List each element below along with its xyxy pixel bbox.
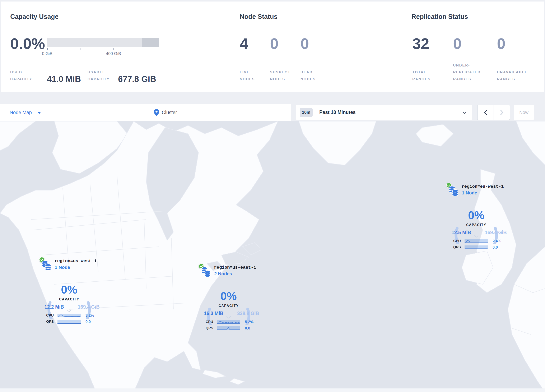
chevron-left-icon	[484, 110, 487, 115]
usable-capacity-value: 677.8 GiB	[118, 75, 156, 84]
region-total-capacity: 169.4 GiB	[481, 230, 511, 235]
cpu-value: 2.4%	[493, 239, 501, 243]
region-name: region=eu-west-1	[462, 184, 504, 189]
expand-chevron-icon[interactable]	[453, 235, 499, 239]
qps-label: QPS	[446, 245, 461, 249]
axis-tick	[80, 48, 81, 50]
world-map	[0, 121, 545, 392]
database-stack-icon	[42, 260, 52, 271]
expand-chevron-icon[interactable]	[206, 316, 252, 319]
live-nodes-value: 4	[240, 37, 248, 50]
region-capacity-percent: 0%	[206, 290, 252, 302]
cpu-label: CPU	[198, 320, 213, 324]
total-ranges-value: 32	[412, 37, 429, 50]
dead-nodes-label: DEAD NODES	[301, 69, 325, 83]
node-map: region=us-west-1 1 Node 0% CAPACITY 12.2…	[0, 121, 545, 392]
region-node-count: 1 Node	[55, 265, 70, 270]
node-status-title: Node Status	[240, 13, 278, 20]
usable-capacity-label: USABLE CAPACITY	[87, 69, 116, 83]
capacity-usage-title: Capacity Usage	[10, 13, 58, 20]
used-capacity-label: USED CAPACITY	[10, 69, 38, 83]
total-ranges-label: TOTAL RANGES	[412, 69, 438, 83]
region-used-capacity: 16.3 MiB	[198, 311, 229, 316]
under-replicated-ranges-label: UNDER-REPLICATED RANGES	[453, 62, 492, 83]
qps-label: QPS	[198, 326, 213, 330]
capacity-bar-reserved-segment	[142, 38, 159, 47]
qps-sparkline	[57, 320, 81, 324]
chevron-down-icon	[38, 112, 41, 114]
map-footer-strip	[0, 388, 545, 392]
qps-value: 0.0	[86, 320, 91, 324]
map-toolbar: Node Map Cluster	[0, 104, 291, 121]
qps-sparkline	[217, 326, 240, 330]
chevron-right-icon	[500, 110, 503, 115]
qps-value: 0.0	[493, 245, 498, 250]
qps-row: QPS 0.0	[39, 319, 91, 324]
region-capacity-label: CAPACITY	[206, 304, 252, 308]
cpu-sparkline	[217, 320, 240, 324]
axis-tick	[47, 48, 48, 50]
region-capacity-percent: 0%	[453, 209, 499, 221]
axis-tick-label-400: 400 GiB	[101, 51, 126, 56]
time-nav-group	[477, 105, 510, 120]
database-stack-icon	[449, 186, 459, 196]
suspect-nodes-label: SUSPECT NODES	[270, 69, 297, 83]
cpu-value: 3.2%	[86, 313, 94, 318]
cpu-sparkline	[57, 314, 81, 317]
region-node-count: 1 Node	[462, 190, 477, 196]
qps-value: 0.0	[245, 326, 250, 330]
cpu-row: CPU 5.2%	[198, 319, 254, 324]
qps-label: QPS	[39, 320, 54, 324]
cpu-row: CPU 2.4%	[446, 239, 501, 243]
region-marker-eu-west-1[interactable]: region=eu-west-1 1 Node 0% CAPACITY 12.5…	[446, 182, 511, 251]
qps-row: QPS 0.0	[446, 245, 498, 250]
region-used-capacity: 12.2 MiB	[39, 304, 69, 310]
region-marker-us-east-1[interactable]: region=us-east-1 2 Nodes 0% CAPACITY 16.…	[198, 263, 263, 332]
breadcrumb-label: Cluster	[162, 110, 177, 115]
unavailable-ranges-label: UNAVAILABLE RANGES	[497, 69, 536, 83]
time-range-badge: 10m	[300, 108, 313, 117]
region-name: region=us-east-1	[214, 265, 256, 270]
live-nodes-label: LIVE NODES	[240, 69, 264, 83]
time-prev-button[interactable]	[477, 105, 494, 120]
cpu-value: 5.2%	[245, 320, 254, 324]
capacity-percent: 0.0%	[10, 37, 45, 50]
capacity-bar	[47, 38, 159, 47]
time-next-button[interactable]	[494, 105, 510, 120]
region-total-capacity: 338.9 GiB	[233, 311, 263, 316]
suspect-nodes-value: 0	[270, 37, 279, 50]
map-pin-icon	[154, 109, 159, 116]
axis-tick-label-0: 0 GiB	[37, 51, 58, 56]
axis-tick	[147, 48, 147, 50]
time-range-dropdown[interactable]: 10m Past 10 Minutes	[296, 105, 472, 120]
qps-sparkline	[464, 245, 488, 249]
dead-nodes-value: 0	[301, 37, 309, 50]
time-range-label: Past 10 Minutes	[319, 110, 356, 115]
region-node-count: 2 Nodes	[214, 271, 232, 277]
used-capacity-value: 41.0 MiB	[47, 75, 81, 84]
region-marker-us-west-1[interactable]: region=us-west-1 1 Node 0% CAPACITY 12.2…	[39, 257, 104, 326]
region-capacity-label: CAPACITY	[453, 223, 499, 227]
region-name: region=us-west-1	[55, 259, 97, 263]
view-selector-dropdown[interactable]: Node Map	[10, 110, 41, 115]
expand-chevron-icon[interactable]	[46, 309, 92, 313]
cpu-label: CPU	[446, 239, 461, 243]
cluster-summary-panel: Capacity Usage 0.0% 0 GiB 400 GiB USED C…	[1, 1, 544, 92]
region-capacity-percent: 0%	[46, 283, 92, 296]
region-used-capacity: 12.5 MiB	[446, 230, 477, 235]
replication-status-title: Replication Status	[411, 13, 468, 20]
under-replicated-ranges-value: 0	[453, 37, 462, 50]
view-selector-label: Node Map	[10, 110, 32, 115]
axis-tick	[113, 48, 114, 50]
unavailable-ranges-value: 0	[497, 37, 506, 50]
region-total-capacity: 169.4 GiB	[74, 304, 104, 310]
chevron-down-icon	[462, 112, 467, 114]
cpu-label: CPU	[39, 313, 54, 317]
now-button[interactable]: Now	[514, 105, 534, 120]
qps-row: QPS 0.0	[198, 326, 250, 331]
database-stack-icon	[201, 267, 211, 277]
region-capacity-label: CAPACITY	[46, 298, 92, 301]
breadcrumb-cluster[interactable]: Cluster	[154, 109, 177, 116]
cpu-row: CPU 3.2%	[39, 313, 94, 318]
cpu-sparkline	[464, 239, 488, 243]
